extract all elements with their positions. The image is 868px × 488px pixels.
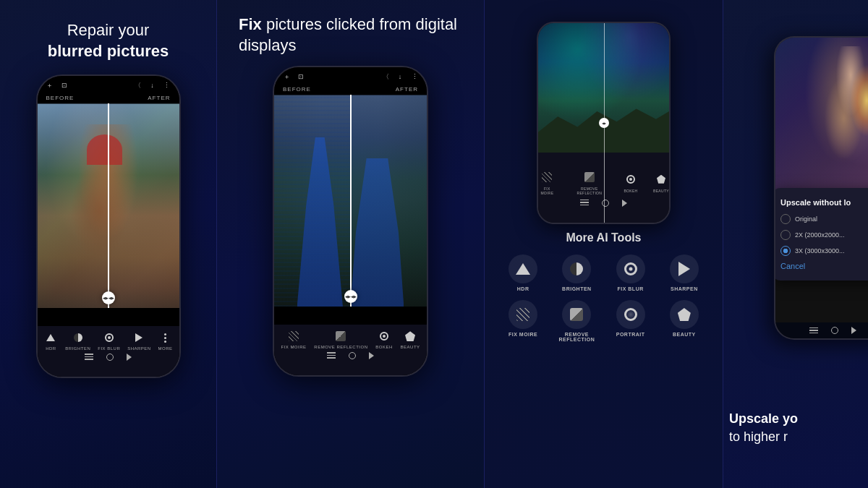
radio-2x-label: 2X (2000x2000... xyxy=(795,231,845,239)
after-label-2: AFTER xyxy=(396,86,418,93)
upscale-heading: Upscale yo xyxy=(729,411,868,427)
divider-line xyxy=(108,103,109,308)
tool-sharpen[interactable]: SHARPEN xyxy=(127,330,151,351)
divider-handle-2[interactable]: ◀▶ xyxy=(344,290,357,303)
upscale-dialog: Upscale without lo Original 2X (2000x200… xyxy=(774,188,868,281)
heading-bold: Fix xyxy=(239,15,262,33)
ai-tools-title: More AI Tools xyxy=(492,231,715,244)
add-icon: ＋ xyxy=(45,80,55,90)
nav-back-icon-2 xyxy=(369,352,374,359)
tools-grid-row1: HDR BRIGHTEN FIX BLUR SHARPEN xyxy=(492,254,715,291)
section-upscale: Upscale without lo Original 2X (2000x200… xyxy=(723,0,868,488)
phone-small: ◀▶ FIX MOIRE REMOVE REFLECTION BOKEH BEA… xyxy=(537,22,671,224)
p3-tool-bokeh[interactable]: BOKEH xyxy=(623,171,639,193)
radio-2x-circle xyxy=(780,230,791,240)
dialog-title: Upscale without lo xyxy=(780,198,868,207)
add-icon-2: ＋ xyxy=(281,72,292,82)
tool-remove-reflection[interactable]: REMOVE REFLECTION xyxy=(314,329,367,349)
cancel-button[interactable]: Cancel xyxy=(780,262,868,270)
section1-heading: Repair your blurred pictures xyxy=(48,20,169,61)
phone-toolbar-1: ＋ ⊡ 〈 ↓ ⋮ xyxy=(38,76,179,95)
tool-beauty[interactable]: BEAUTY xyxy=(401,329,420,349)
radio-3x-circle xyxy=(780,246,791,256)
phone-4-partial: Upscale without lo Original 2X (2000x200… xyxy=(774,36,868,340)
more-icon-2: ⋮ xyxy=(409,72,420,82)
ai-tool-beauty2[interactable]: BEAUTY xyxy=(659,300,710,342)
nav-home-icon-3 xyxy=(602,200,609,207)
ai-tool-removerefl2[interactable]: REMOVE REFLECTION xyxy=(551,300,602,342)
divider-line-2 xyxy=(350,95,352,307)
ai-tool-brighten[interactable]: BRIGHTEN xyxy=(551,254,602,291)
download-icon-2: ↓ xyxy=(395,72,405,82)
tool-row-1: HDR BRIGHTEN FIX BLUR SHARPEN xyxy=(41,330,176,351)
nav-menu-icon xyxy=(85,354,93,361)
section-ai-tools: ◀▶ FIX MOIRE REMOVE REFLECTION BOKEH BEA… xyxy=(485,0,723,488)
nav-home-icon-2 xyxy=(349,352,356,359)
heading-rest: pictures clicked from digital displays xyxy=(239,15,457,54)
radio-3x-label: 3X (3000x3000... xyxy=(795,247,845,254)
crop-icon-2: ⊡ xyxy=(296,72,306,82)
nav-home-icon xyxy=(106,354,114,361)
tool-more[interactable]: MORE xyxy=(158,330,173,351)
tools-grid-row2: FIX MOIRE REMOVE REFLECTION PORTRAIT BEA… xyxy=(492,300,715,342)
download-icon: ↓ xyxy=(148,80,158,90)
divider-handle[interactable]: ◀▶ xyxy=(102,291,115,304)
nav-menu-icon-4 xyxy=(809,328,818,334)
radio-original-label: Original xyxy=(795,215,817,223)
nav-menu-icon-3 xyxy=(580,200,589,207)
phone-toolbar-2: ＋ ⊡ 〈 ↓ ⋮ xyxy=(274,67,427,86)
nav-home-icon-4 xyxy=(831,327,838,334)
section-repair: Repair your blurred pictures ＋ ⊡ 〈 ↓ ⋮ B… xyxy=(0,0,217,488)
heading-line1: Repair your xyxy=(48,20,169,41)
p3-tool-fixmoire[interactable]: FIX MOIRE xyxy=(538,169,556,195)
nav-back-icon-3 xyxy=(622,200,627,207)
after-label: AFTER xyxy=(148,95,170,101)
phone-mockup-2: ＋ ⊡ 〈 ↓ ⋮ BEFORE AFTER xyxy=(273,66,428,377)
tool-brighten[interactable]: BRIGHTEN xyxy=(65,330,90,351)
p3-tool-beauty[interactable]: BEAUTY xyxy=(653,171,669,193)
section-fix: Fix pictures clicked from digital displa… xyxy=(217,0,485,488)
tool-fixmoire[interactable]: FIX MOIRE xyxy=(281,329,306,349)
nav-menu-icon-2 xyxy=(327,352,336,359)
radio-original-circle xyxy=(780,214,791,224)
phone3-handle[interactable]: ◀▶ xyxy=(599,118,609,128)
share-icon-2: 〈 xyxy=(380,72,391,82)
before-label: BEFORE xyxy=(46,95,75,101)
radio-3x[interactable]: 3X (3000x3000... xyxy=(780,246,868,256)
more-icon: ⋮ xyxy=(162,80,172,90)
phone4-navbar xyxy=(775,322,868,338)
tool-bokeh[interactable]: BOKEH xyxy=(375,329,393,349)
section2-heading: Fix pictures clicked from digital displa… xyxy=(217,14,484,56)
before-label-2: BEFORE xyxy=(283,86,311,93)
radio-2x[interactable]: 2X (2000x2000... xyxy=(780,230,868,240)
tool-hdr[interactable]: HDR xyxy=(43,330,58,351)
share-icon: 〈 xyxy=(133,80,143,90)
ai-tools-section: More AI Tools HDR BRIGHTEN FIX BLUR SHAR… xyxy=(485,231,723,342)
upscale-sub: to higher r xyxy=(729,429,868,445)
ai-tool-fixmoire2[interactable]: FIX MOIRE xyxy=(498,300,548,342)
crop-icon: ⊡ xyxy=(59,80,69,90)
ai-tool-fixblur[interactable]: FIX BLUR xyxy=(605,254,656,291)
heading-line2: blurred pictures xyxy=(48,41,169,62)
radio-original[interactable]: Original xyxy=(780,214,868,224)
phone-mockup-1: ＋ ⊡ 〈 ↓ ⋮ BEFORE AFTER xyxy=(36,74,181,378)
phone-bottom-2: FIX MOIRE REMOVE REFLECTION BOKEH BEAUTY xyxy=(274,325,427,375)
p3-tool-removerefl[interactable]: REMOVE REFLECTION xyxy=(571,169,608,195)
ai-tool-portrait[interactable]: PORTRAIT xyxy=(605,300,656,342)
upscale-bold: Upscale yo xyxy=(729,411,798,426)
ai-tool-sharpen[interactable]: SHARPEN xyxy=(659,254,710,291)
tool-fixblur[interactable]: FIX BLUR xyxy=(98,330,120,351)
nav-back-icon xyxy=(127,354,132,361)
nav-back-icon-4 xyxy=(851,327,856,334)
upscale-text: Upscale yo to higher r xyxy=(729,411,868,445)
tool-row-2: FIX MOIRE REMOVE REFLECTION BOKEH BEAUTY xyxy=(277,329,424,349)
ai-tool-hdr[interactable]: HDR xyxy=(498,254,548,291)
phone-bottom-1: HDR BRIGHTEN FIX BLUR SHARPEN xyxy=(38,326,179,377)
